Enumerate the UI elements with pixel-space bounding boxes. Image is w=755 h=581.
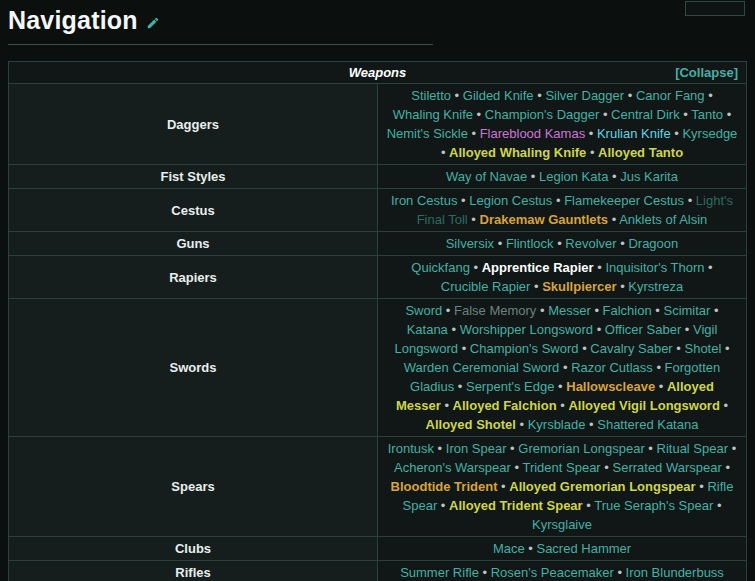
weapon-link[interactable]: Acheron's Warspear xyxy=(394,460,511,475)
weapon-link[interactable]: Flareblood Kamas xyxy=(480,126,586,141)
weapon-link[interactable]: Falchion xyxy=(603,303,652,318)
separator: • xyxy=(527,169,539,184)
row-label: Guns xyxy=(9,232,378,256)
weapon-link[interactable]: Jus Karita xyxy=(620,169,678,184)
row-items: Mace • Sacred Hammer xyxy=(378,537,747,561)
weapon-link[interactable]: Way of Navae xyxy=(446,169,527,184)
weapon-link[interactable]: Gilded Knife xyxy=(463,88,534,103)
weapon-link[interactable]: Kyrsblade xyxy=(528,417,586,432)
weapon-link[interactable]: Alloyed Shotel xyxy=(426,417,516,432)
weapon-link[interactable]: Alloyed Vigil Longsword xyxy=(568,398,719,413)
navbox-row: Fist StylesWay of Navae • Legion Kata • … xyxy=(9,165,747,189)
separator: • xyxy=(722,460,730,475)
weapon-link[interactable]: Rosen's Peacemaker xyxy=(491,565,614,580)
separator: • xyxy=(728,441,736,456)
separator: • xyxy=(468,212,480,227)
weapon-link[interactable]: Legion Kata xyxy=(539,169,608,184)
weapon-link[interactable]: Drakemaw Gauntlets xyxy=(480,212,609,227)
separator: • xyxy=(441,145,449,160)
weapon-link[interactable]: Inquisitor's Thorn xyxy=(605,260,704,275)
weapon-link[interactable]: Irontusk xyxy=(388,441,434,456)
weapon-link[interactable]: Alloyed Gremorian Longspear xyxy=(509,479,695,494)
weapon-link[interactable]: Officer Saber xyxy=(605,322,681,337)
weapon-link[interactable]: Flintlock xyxy=(506,236,554,251)
weapon-link[interactable]: Whaling Knife xyxy=(393,107,473,122)
weapon-link[interactable]: Tanto xyxy=(691,107,723,122)
navbox-title-cell: Weapons [Collapse] xyxy=(9,62,747,84)
separator: • xyxy=(457,193,469,208)
weapon-link[interactable]: Worshipper Longsword xyxy=(460,322,593,337)
separator: • xyxy=(497,479,509,494)
weapon-link[interactable]: Ritual Spear xyxy=(657,441,729,456)
weapon-link[interactable]: Quickfang xyxy=(411,260,470,275)
weapon-link[interactable]: Scimitar xyxy=(663,303,710,318)
weapon-link[interactable]: Champion's Dagger xyxy=(485,107,600,122)
separator: • xyxy=(454,379,466,394)
separator: • xyxy=(723,107,731,122)
weapon-link[interactable]: Legion Cestus xyxy=(469,193,552,208)
weapon-link[interactable]: Warden Ceremonial Sword xyxy=(404,360,560,375)
weapon-link[interactable]: Skullpiercer xyxy=(542,279,616,294)
weapon-link[interactable]: Central Dirk xyxy=(611,107,680,122)
weapon-link[interactable]: Iron Cestus xyxy=(391,193,457,208)
weapon-link[interactable]: Iron Spear xyxy=(446,441,507,456)
weapon-link[interactable]: Krulian Knife xyxy=(597,126,671,141)
weapon-link[interactable]: Hallowscleave xyxy=(566,379,655,394)
weapon-link[interactable]: Serrated Warspear xyxy=(612,460,721,475)
collapse-button[interactable]: [Collapse] xyxy=(675,65,738,80)
separator: • xyxy=(617,279,629,294)
row-items: Sword • False Memory • Messer • Falchion… xyxy=(378,299,747,437)
separator: • xyxy=(652,303,664,318)
weapon-link[interactable]: Shotel xyxy=(684,341,721,356)
separator: • xyxy=(511,460,523,475)
weapon-link[interactable]: Alloyed Falchion xyxy=(453,398,557,413)
weapon-link[interactable]: Dragoon xyxy=(628,236,678,251)
weapon-link[interactable]: Flamekeeper Cestus xyxy=(564,193,684,208)
separator: • xyxy=(673,341,685,356)
weapon-link[interactable]: Nemit's Sickle xyxy=(387,126,468,141)
weapon-link[interactable]: Sacred Hammer xyxy=(536,541,631,556)
weapon-link[interactable]: Alloyed Tanto xyxy=(598,145,683,160)
weapon-link[interactable]: Sword xyxy=(405,303,442,318)
weapon-link[interactable]: Razor Cutlass xyxy=(571,360,653,375)
separator: • xyxy=(554,379,566,394)
weapon-link[interactable]: Shattered Katana xyxy=(597,417,698,432)
weapon-link[interactable]: Revolver xyxy=(565,236,616,251)
navbox-title: Weapons xyxy=(349,65,407,80)
weapon-link[interactable]: Summer Rifle xyxy=(400,565,479,580)
weapon-link[interactable]: Kyrsedge xyxy=(682,126,737,141)
row-label: Daggers xyxy=(9,84,378,165)
weapon-link[interactable]: Cavalry Saber xyxy=(590,341,672,356)
weapon-link[interactable]: Canor Fang xyxy=(636,88,705,103)
weapon-link[interactable]: Alloyed Trident Spear xyxy=(449,498,583,513)
weapon-link[interactable]: Katana xyxy=(407,322,448,337)
weapon-link[interactable]: Iron Blunderbuss xyxy=(626,565,724,580)
weapon-link[interactable]: False Memory xyxy=(454,303,536,318)
separator: • xyxy=(516,417,528,432)
weapon-link[interactable]: True Seraph's Spear xyxy=(594,498,713,513)
separator: • xyxy=(585,417,597,432)
separator: • xyxy=(653,360,665,375)
weapon-link[interactable]: Trident Spear xyxy=(522,460,600,475)
separator: • xyxy=(671,126,683,141)
page-header: Navigation xyxy=(8,0,433,45)
weapon-link[interactable]: Messer xyxy=(548,303,591,318)
weapon-link[interactable]: Silversix xyxy=(446,236,494,251)
weapon-link[interactable]: Stiletto xyxy=(411,88,451,103)
row-items: Summer Rifle • Rosen's Peacemaker • Iron… xyxy=(378,561,747,581)
corner-button[interactable] xyxy=(685,1,745,16)
weapon-link[interactable]: Alloyed Whaling Knife xyxy=(449,145,586,160)
separator: • xyxy=(552,193,564,208)
weapon-link[interactable]: Serpent's Edge xyxy=(466,379,555,394)
weapon-link[interactable]: Kyrsglaive xyxy=(532,517,592,532)
weapon-link[interactable]: Silver Dagger xyxy=(545,88,624,103)
weapon-link[interactable]: Crucible Rapier xyxy=(441,279,531,294)
weapon-link[interactable]: Champion's Sword xyxy=(470,341,579,356)
weapon-link[interactable]: Mace xyxy=(493,541,525,556)
edit-pencil-icon[interactable] xyxy=(146,16,160,30)
weapon-link[interactable]: Bloodtide Trident xyxy=(391,479,498,494)
navbox-row: GunsSilversix • Flintlock • Revolver • D… xyxy=(9,232,747,256)
weapon-link[interactable]: Anklets of Alsin xyxy=(619,212,707,227)
weapon-link[interactable]: Kyrstreza xyxy=(628,279,683,294)
weapon-link[interactable]: Gremorian Longspear xyxy=(518,441,644,456)
